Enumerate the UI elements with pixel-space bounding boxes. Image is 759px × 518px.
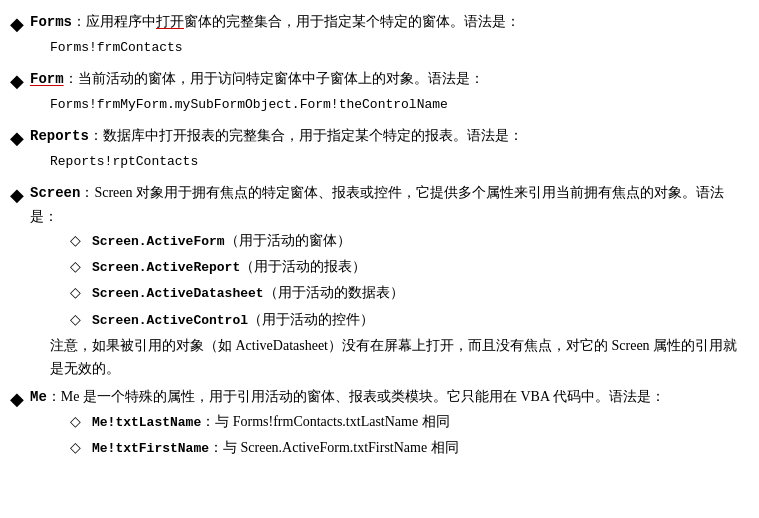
reports-keyword: Reports	[30, 128, 89, 144]
bullet-screen: ◆	[10, 181, 30, 210]
reports-code: Reports!rptContacts	[50, 151, 739, 173]
screen-subitem-4: ◇ Screen.ActiveControl（用于活动的控件）	[70, 308, 739, 332]
me-subitem-2: ◇ Me!txtFirstName：与 Screen.ActiveForm.tx…	[70, 436, 739, 460]
screen-section: ◆ Screen：Screen 对象用于拥有焦点的特定窗体、报表或控件，它提供多…	[10, 181, 739, 382]
form-line: Form：当前活动的窗体，用于访问特定窗体中子窗体上的对象。语法是：	[30, 71, 484, 86]
forms-section: ◆ Forms：应用程序中打开窗体的完整集合，用于指定某个特定的窗体。语法是： …	[10, 10, 739, 63]
me-line: Me：Me 是一个特殊的属性，用于引用活动的窗体、报表或类模块。它只能用在 VB…	[30, 389, 665, 404]
screen-keyword: Screen	[30, 185, 80, 201]
me-content: Me：Me 是一个特殊的属性，用于引用活动的窗体、报表或类模块。它只能用在 VB…	[30, 385, 739, 462]
screen-activeform-text: Screen.ActiveForm（用于活动的窗体）	[92, 229, 351, 253]
forms-keyword: Forms	[30, 14, 72, 30]
screen-line: Screen：Screen 对象用于拥有焦点的特定窗体、报表或控件，它提供多个属…	[30, 185, 724, 225]
diamond-icon-3: ◇	[70, 281, 86, 305]
screen-subitem-2: ◇ Screen.ActiveReport（用于活动的报表）	[70, 255, 739, 279]
screen-activecontrol-text: Screen.ActiveControl（用于活动的控件）	[92, 308, 374, 332]
form-keyword: Form	[30, 71, 64, 87]
me-subitem-1: ◇ Me!txtLastName：与 Forms!frmContacts.txt…	[70, 410, 739, 434]
screen-activereport-text: Screen.ActiveReport（用于活动的报表）	[92, 255, 366, 279]
form-content: Form：当前活动的窗体，用于访问特定窗体中子窗体上的对象。语法是： Forms…	[30, 67, 739, 120]
me-txtlastname-text: Me!txtLastName：与 Forms!frmContacts.txtLa…	[92, 410, 450, 434]
reports-section: ◆ Reports：数据库中打开报表的完整集合，用于指定某个特定的报表。语法是：…	[10, 124, 739, 177]
diamond-icon-6: ◇	[70, 436, 86, 460]
forms-code: Forms!frmContacts	[50, 37, 739, 59]
screen-activedatasheet-text: Screen.ActiveDatasheet（用于活动的数据表）	[92, 281, 404, 305]
screen-note: 注意，如果被引用的对象（如 ActiveDatasheet）没有在屏幕上打开，而…	[50, 334, 739, 382]
me-section: ◆ Me：Me 是一个特殊的属性，用于引用活动的窗体、报表或类模块。它只能用在 …	[10, 385, 739, 462]
diamond-icon-2: ◇	[70, 255, 86, 279]
content-area: ◆ Forms：应用程序中打开窗体的完整集合，用于指定某个特定的窗体。语法是： …	[10, 10, 739, 462]
bullet-reports: ◆	[10, 124, 30, 153]
bullet-me: ◆	[10, 385, 30, 414]
reports-content: Reports：数据库中打开报表的完整集合，用于指定某个特定的报表。语法是： R…	[30, 124, 739, 177]
bullet-forms: ◆	[10, 10, 30, 39]
forms-line: Forms：应用程序中打开窗体的完整集合，用于指定某个特定的窗体。语法是：	[30, 14, 520, 29]
me-keyword: Me	[30, 389, 47, 405]
forms-content: Forms：应用程序中打开窗体的完整集合，用于指定某个特定的窗体。语法是： Fo…	[30, 10, 739, 63]
screen-subitem-3: ◇ Screen.ActiveDatasheet（用于活动的数据表）	[70, 281, 739, 305]
bullet-form: ◆	[10, 67, 30, 96]
screen-content: Screen：Screen 对象用于拥有焦点的特定窗体、报表或控件，它提供多个属…	[30, 181, 739, 382]
open-underlined: 打开	[156, 14, 184, 29]
diamond-icon-5: ◇	[70, 410, 86, 434]
reports-line: Reports：数据库中打开报表的完整集合，用于指定某个特定的报表。语法是：	[30, 128, 523, 143]
screen-subitem-1: ◇ Screen.ActiveForm（用于活动的窗体）	[70, 229, 739, 253]
diamond-icon-1: ◇	[70, 229, 86, 253]
diamond-icon-4: ◇	[70, 308, 86, 332]
me-txtfirstname-text: Me!txtFirstName：与 Screen.ActiveForm.txtF…	[92, 436, 459, 460]
form-code: Forms!frmMyForm.mySubFormObject.Form!the…	[50, 94, 739, 116]
form-section: ◆ Form：当前活动的窗体，用于访问特定窗体中子窗体上的对象。语法是： For…	[10, 67, 739, 120]
